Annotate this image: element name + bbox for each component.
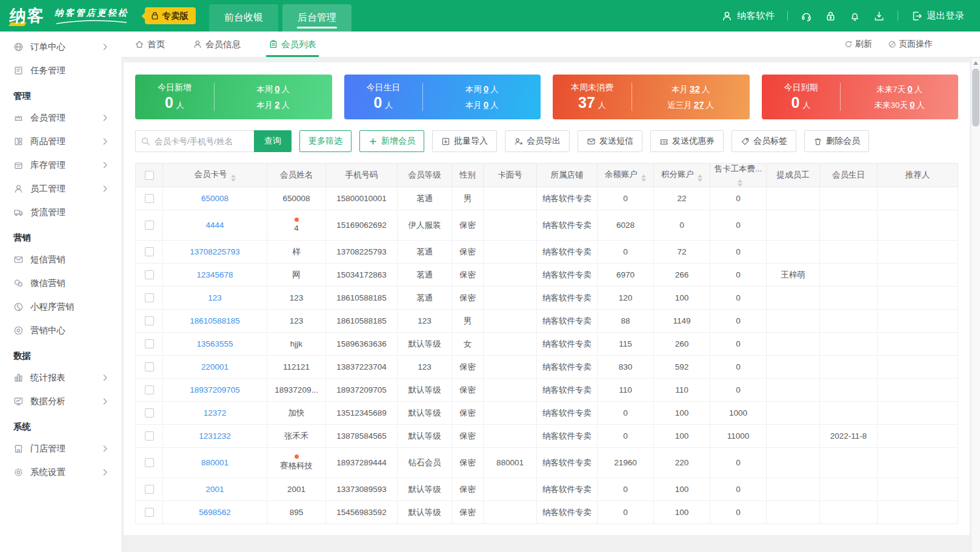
- plus-button[interactable]: 新增会员: [359, 130, 424, 152]
- slogan: 纳客管店更轻松: [55, 0, 129, 32]
- sms-button[interactable]: 发送短信: [578, 130, 642, 152]
- filter-button[interactable]: 更多筛选: [299, 130, 352, 152]
- stat-card-title: 今日新增: [158, 82, 192, 93]
- row-checkbox[interactable]: [145, 385, 154, 394]
- cell-gender: 保密: [452, 210, 484, 241]
- row-checkbox[interactable]: [145, 270, 154, 279]
- cell-card_no: 18937209705: [163, 379, 267, 402]
- tag-button[interactable]: 会员标签: [732, 130, 796, 152]
- stat-card-subvalue[interactable]: 未来30天0人: [874, 99, 924, 111]
- sidebar-item-store[interactable]: 门店管理: [0, 437, 121, 461]
- cell-card_no: 13708225793: [163, 241, 267, 264]
- top-nav-tab[interactable]: 前台收银: [209, 4, 278, 32]
- lock-icon[interactable]: [825, 10, 836, 22]
- sidebar-item-staff[interactable]: 员工管理: [0, 177, 121, 201]
- search-input[interactable]: [135, 130, 254, 152]
- download-icon[interactable]: [873, 10, 885, 22]
- sort-arrows-icon[interactable]: [231, 175, 236, 182]
- coupon-button[interactable]: 发送优惠券: [650, 130, 724, 152]
- sidebar-item-wechat[interactable]: 微信营销: [0, 271, 121, 295]
- headset-icon[interactable]: [801, 10, 812, 22]
- stat-card-subvalue[interactable]: 近三月27人: [667, 99, 714, 111]
- sidebar-item-goods[interactable]: 商品管理: [0, 130, 121, 153]
- scrollbar-thumb[interactable]: [972, 68, 979, 127]
- row-checkbox[interactable]: [145, 408, 154, 417]
- cell-birthday: [820, 241, 878, 264]
- cell-card_no: 12345678: [163, 264, 267, 287]
- scrollbar-up-arrow[interactable]: [973, 61, 978, 65]
- sidebar-item-logistics[interactable]: 货流管理: [0, 201, 121, 224]
- sort-arrows-icon[interactable]: [738, 179, 742, 187]
- column-header[interactable]: 售卡工本费...: [710, 164, 767, 187]
- sidebar-item-crown[interactable]: 会员管理: [0, 106, 121, 130]
- import-button[interactable]: 批量导入: [432, 130, 497, 152]
- member-card-link[interactable]: 123: [208, 293, 222, 302]
- member-card-link[interactable]: 12345678: [196, 270, 233, 279]
- stat-card-title: 今日到期: [784, 82, 818, 93]
- edition-badge[interactable]: 专卖版: [145, 7, 196, 24]
- sidebar-item-miniprogram[interactable]: 小程序营销: [0, 295, 121, 319]
- row-checkbox[interactable]: [145, 362, 154, 371]
- cell-card_no: 2001: [163, 478, 267, 501]
- column-header[interactable]: 积分账户: [654, 164, 710, 187]
- member-card-link[interactable]: 13708225793: [190, 247, 240, 256]
- cell-name: 123: [267, 287, 326, 310]
- cell-level: 伊人服装: [398, 210, 452, 241]
- row-checkbox[interactable]: [145, 247, 154, 256]
- stat-card-subvalue[interactable]: 本周0人: [256, 84, 290, 95]
- stat-card-subvalue[interactable]: 本月32人: [672, 84, 710, 95]
- row-checkbox[interactable]: [145, 431, 154, 441]
- query-button[interactable]: 查询: [254, 130, 292, 152]
- row-checkbox[interactable]: [145, 316, 154, 325]
- sidebar-item-chart-monitor[interactable]: 数据分析: [0, 390, 121, 413]
- sidebar-item-chart-bar[interactable]: 统计报表: [0, 366, 121, 390]
- row-checkbox[interactable]: [145, 221, 154, 230]
- sidebar-item-tasks[interactable]: 任务管理: [0, 59, 121, 82]
- vertical-scrollbar[interactable]: [971, 58, 980, 552]
- stat-card-subvalue[interactable]: 本月0人: [465, 99, 499, 111]
- sidebar-item-target[interactable]: 营销中心: [0, 319, 121, 342]
- member-card-link[interactable]: 220001: [201, 362, 228, 371]
- tab-list[interactable]: 会员列表: [268, 32, 316, 57]
- select-all-checkbox[interactable]: [145, 171, 154, 180]
- member-card-link[interactable]: 2001: [205, 485, 224, 494]
- member-card-link[interactable]: 12372: [204, 408, 227, 417]
- tab-user[interactable]: 会员信息: [193, 32, 241, 57]
- column-header[interactable]: 余额账户: [598, 164, 654, 187]
- row-checkbox[interactable]: [145, 508, 154, 517]
- user-account[interactable]: 纳客软件: [721, 10, 775, 22]
- column-header[interactable]: 会员卡号: [163, 164, 267, 187]
- row-checkbox[interactable]: [145, 485, 154, 494]
- bell-icon[interactable]: [849, 10, 861, 22]
- refresh-button[interactable]: 刷新: [844, 39, 872, 50]
- member-card-link[interactable]: 5698562: [199, 508, 231, 517]
- member-card-link[interactable]: 18937209705: [190, 385, 240, 394]
- member-card-link[interactable]: 4444: [205, 221, 224, 230]
- sidebar-item-globe[interactable]: 订单中心: [0, 35, 121, 59]
- top-nav-tab[interactable]: 后台管理: [282, 4, 352, 32]
- logout-button[interactable]: 退出登录: [911, 10, 964, 22]
- member-card-link[interactable]: 650008: [201, 194, 228, 203]
- member-card-link[interactable]: 18610588185: [190, 316, 240, 325]
- row-checkbox[interactable]: [145, 339, 154, 348]
- sidebar-item-inventory[interactable]: 库存管理: [0, 153, 121, 177]
- page-operations-button[interactable]: 页面操作: [888, 39, 933, 50]
- export-user-button[interactable]: 会员导出: [505, 130, 570, 152]
- sort-arrows-icon[interactable]: [698, 175, 702, 182]
- trash-button[interactable]: 删除会员: [804, 130, 869, 152]
- sort-arrows-icon[interactable]: [641, 175, 646, 182]
- member-card-link[interactable]: 1231232: [199, 431, 231, 441]
- row-checkbox[interactable]: [145, 458, 154, 467]
- sidebar-item-gear[interactable]: 系统设置: [0, 461, 121, 484]
- row-checkbox[interactable]: [145, 293, 154, 302]
- store-icon: [13, 444, 24, 454]
- stat-card-subvalue[interactable]: 本周0人: [465, 84, 499, 95]
- tab-home[interactable]: 首页: [135, 32, 165, 57]
- stat-card-subvalue[interactable]: 本月2人: [256, 99, 290, 111]
- stat-card-subvalue[interactable]: 未来7天0人: [876, 84, 922, 95]
- sidebar-item-sms[interactable]: 短信营销: [0, 248, 121, 271]
- row-checkbox[interactable]: [145, 194, 154, 203]
- member-card-link[interactable]: 13563555: [196, 339, 233, 348]
- member-card-link[interactable]: 880001: [201, 458, 228, 467]
- cell-card_face: [484, 356, 537, 379]
